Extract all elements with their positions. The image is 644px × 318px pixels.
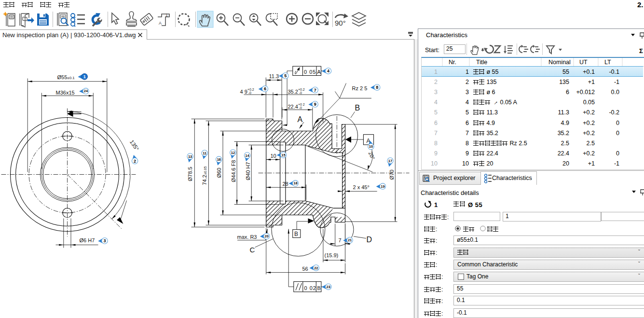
svg-text:2: 2 bbox=[134, 159, 136, 164]
svg-text:C: C bbox=[250, 246, 255, 254]
svg-text:19: 19 bbox=[381, 184, 384, 189]
svg-text:22: 22 bbox=[314, 266, 318, 270]
svg-text:4 9+0.2-0: 4 9+0.2-0 bbox=[240, 88, 254, 95]
svg-text:Ø70: Ø70 bbox=[389, 170, 395, 180]
svg-text:15: 15 bbox=[281, 153, 285, 157]
svg-text:4: 4 bbox=[327, 69, 329, 73]
svg-text:Rz 2 5: Rz 2 5 bbox=[352, 85, 368, 91]
svg-text:Ø60: Ø60 bbox=[216, 168, 222, 178]
svg-text:M36x15: M36x15 bbox=[56, 90, 75, 96]
svg-text:1: 1 bbox=[165, 13, 168, 17]
svg-text:11.3: 11.3 bbox=[269, 73, 279, 79]
svg-text:24: 24 bbox=[84, 89, 88, 93]
svg-text:20°: 20° bbox=[368, 151, 376, 160]
svg-text:10: 10 bbox=[271, 153, 276, 159]
svg-text:B: B bbox=[317, 285, 321, 291]
svg-text:17: 17 bbox=[388, 159, 392, 163]
svg-text:Ø55±0.1: Ø55±0.1 bbox=[57, 74, 75, 80]
svg-text:135°: 135° bbox=[129, 139, 140, 152]
svg-text:2 x 45°: 2 x 45° bbox=[353, 184, 370, 190]
svg-text:28: 28 bbox=[283, 181, 288, 187]
svg-text:0 02: 0 02 bbox=[304, 285, 316, 291]
svg-text:23: 23 bbox=[327, 285, 330, 289]
svg-text:1: 1 bbox=[83, 74, 86, 79]
svg-text:90°: 90° bbox=[335, 19, 346, 27]
svg-text:12: 12 bbox=[231, 151, 235, 155]
svg-text:max. R3: max. R3 bbox=[237, 234, 257, 240]
svg-text:D: D bbox=[367, 235, 372, 244]
svg-text:B: B bbox=[355, 104, 360, 112]
svg-text:B: B bbox=[294, 231, 298, 237]
svg-text:6: 6 bbox=[264, 86, 266, 91]
svg-text:Ø78.5: Ø78.5 bbox=[187, 167, 193, 181]
svg-text:(15.9): (15.9) bbox=[325, 252, 339, 258]
svg-text:16: 16 bbox=[217, 157, 221, 162]
svg-text:3: 3 bbox=[103, 238, 106, 243]
svg-text:Ø6 H7: Ø6 H7 bbox=[80, 237, 95, 243]
svg-text:Ø40 H7: Ø40 H7 bbox=[245, 162, 251, 180]
svg-text:11: 11 bbox=[203, 151, 206, 155]
svg-text:0 05: 0 05 bbox=[304, 69, 316, 75]
svg-text:13: 13 bbox=[188, 154, 192, 159]
svg-text:A: A bbox=[298, 115, 303, 124]
svg-text:7: 7 bbox=[314, 88, 316, 93]
svg-text:21: 21 bbox=[348, 238, 352, 242]
svg-text:A: A bbox=[159, 21, 162, 26]
svg-text:74.2±0.05: 74.2±0.05 bbox=[202, 166, 207, 185]
svg-text:35.2+0.2-0: 35.2+0.2-0 bbox=[288, 88, 305, 95]
svg-text:14: 14 bbox=[245, 153, 249, 158]
svg-text:7: 7 bbox=[339, 237, 342, 243]
svg-text:8: 8 bbox=[376, 85, 378, 90]
svg-text:Ø44.6 F8: Ø44.6 F8 bbox=[231, 160, 236, 182]
svg-text:10: 10 bbox=[369, 144, 373, 149]
svg-text:20: 20 bbox=[265, 234, 269, 238]
svg-text:9: 9 bbox=[314, 102, 316, 107]
svg-text:5: 5 bbox=[284, 73, 287, 78]
svg-text:56: 56 bbox=[302, 266, 308, 272]
svg-text:22.4+0 2-0: 22.4+0 2-0 bbox=[288, 103, 305, 110]
svg-text:18: 18 bbox=[293, 181, 297, 185]
svg-text:A: A bbox=[317, 69, 321, 75]
